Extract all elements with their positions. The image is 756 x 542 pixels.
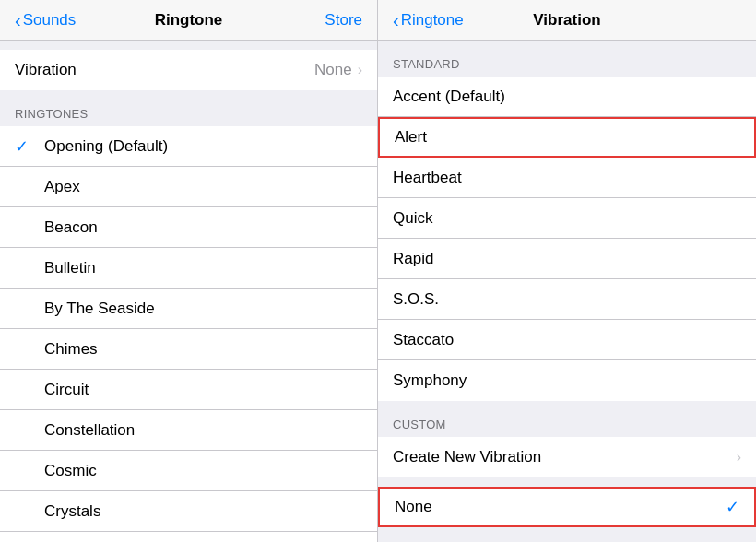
list-item[interactable]: Chimes <box>0 329 377 370</box>
ringtone-label: Constellation <box>44 421 362 440</box>
list-item[interactable]: Crystals <box>0 491 377 532</box>
ringtone-label: Cosmic <box>44 462 362 480</box>
vibration-option-label: S.O.S. <box>393 290 741 309</box>
create-new-label: Create New Vibration <box>393 448 737 466</box>
list-item[interactable]: Symphony <box>378 360 756 401</box>
left-scroll-content: Vibration None › RINGTONES ✓ Opening (De… <box>0 41 377 542</box>
ringtone-label: Bulletin <box>44 259 362 277</box>
ringtone-label: Crystals <box>44 502 362 521</box>
sounds-back-button[interactable]: ‹ Sounds <box>15 11 76 29</box>
left-nav-bar: ‹ Sounds Ringtone Store <box>0 0 377 41</box>
list-item[interactable]: Bulletin <box>0 248 377 289</box>
list-item[interactable]: Staccato <box>378 320 756 360</box>
create-new-chevron-icon: › <box>737 449 741 465</box>
store-button[interactable]: Store <box>325 11 362 29</box>
vibration-label: Vibration <box>15 61 314 79</box>
vibration-option-label: Staccato <box>393 331 741 349</box>
right-scroll-content: STANDARD Accent (Default) Alert Heartbea… <box>378 41 756 542</box>
create-new-vibration-row[interactable]: Create New Vibration › <box>378 437 756 477</box>
list-item[interactable]: Heartbeat <box>378 158 756 198</box>
right-nav-bar: ‹ Ringtone Vibration <box>378 0 756 41</box>
vibration-option-label: Symphony <box>393 371 741 390</box>
list-item[interactable]: ✓ Opening (Default) <box>0 126 377 167</box>
vibration-option-label: Quick <box>393 209 741 228</box>
ringtone-label: Opening (Default) <box>44 137 362 156</box>
list-item[interactable]: Quick <box>378 198 756 239</box>
ringtone-label: By The Seaside <box>44 300 362 318</box>
vibration-chevron-icon: › <box>358 62 362 78</box>
none-row[interactable]: None ✓ <box>378 487 756 527</box>
vibration-option-label: Accent (Default) <box>393 88 741 106</box>
vibration-option-label: Alert <box>395 128 739 147</box>
ringtones-header: RINGTONES <box>0 100 377 126</box>
list-item[interactable]: Constellation <box>0 410 377 451</box>
list-item[interactable]: Circuit <box>0 370 377 410</box>
list-item[interactable]: Hillside <box>0 532 377 542</box>
vibration-option-label: Heartbeat <box>393 169 741 187</box>
back-chevron-icon: ‹ <box>15 11 21 29</box>
none-section: None ✓ <box>378 487 756 527</box>
left-panel: ‹ Sounds Ringtone Store Vibration None ›… <box>0 0 378 542</box>
list-item[interactable]: S.O.S. <box>378 279 756 320</box>
ringtone-label: Beacon <box>44 218 362 237</box>
ringtone-label: Apex <box>44 178 362 196</box>
standard-header: STANDARD <box>378 50 756 77</box>
back-chevron-icon: ‹ <box>393 11 399 29</box>
custom-section: CUSTOM Create New Vibration › <box>378 410 756 477</box>
list-item[interactable]: By The Seaside <box>0 289 377 329</box>
standard-list: Accent (Default) Alert Heartbeat Quick R… <box>378 77 756 401</box>
right-panel: ‹ Ringtone Vibration STANDARD Accent (De… <box>378 0 756 542</box>
list-item[interactable]: Apex <box>0 167 377 207</box>
list-item[interactable]: Accent (Default) <box>378 77 756 117</box>
ringtones-section: RINGTONES ✓ Opening (Default) Apex Beaco… <box>0 100 377 542</box>
alert-row[interactable]: Alert <box>378 117 756 158</box>
right-nav-title: Vibration <box>533 11 600 29</box>
vibration-option-label: Rapid <box>393 250 741 268</box>
none-checkmark-icon: ✓ <box>726 497 739 517</box>
ringtone-back-button[interactable]: ‹ Ringtone <box>393 11 464 29</box>
custom-list: Create New Vibration › <box>378 437 756 477</box>
list-item[interactable]: Rapid <box>378 239 756 279</box>
ringtone-label: Circuit <box>44 381 362 399</box>
standard-section: STANDARD Accent (Default) Alert Heartbea… <box>378 50 756 401</box>
none-label: None <box>395 498 726 516</box>
vibration-row[interactable]: Vibration None › <box>0 50 377 90</box>
none-list: None ✓ <box>378 487 756 527</box>
vibration-detail: None <box>314 61 352 79</box>
list-item[interactable]: Cosmic <box>0 451 377 491</box>
sounds-back-label: Sounds <box>23 11 77 29</box>
custom-header: CUSTOM <box>378 410 756 437</box>
checkmark-icon: ✓ <box>15 136 33 157</box>
left-nav-title: Ringtone <box>155 11 223 29</box>
ringtones-list: ✓ Opening (Default) Apex Beacon Bulletin <box>0 126 377 542</box>
list-item[interactable]: Beacon <box>0 207 377 248</box>
ringtone-label: Chimes <box>44 340 362 359</box>
vibration-section: Vibration None › <box>0 50 377 90</box>
ringtone-back-label: Ringtone <box>401 11 464 29</box>
